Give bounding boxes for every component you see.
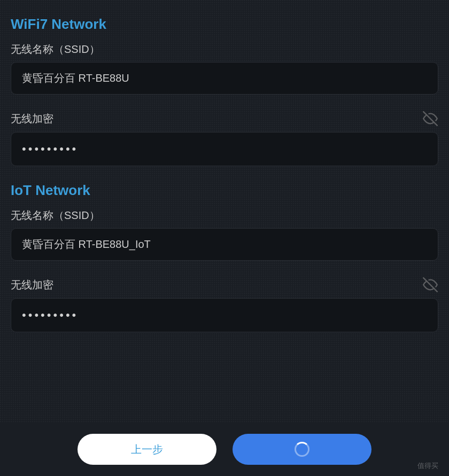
loading-spinner bbox=[295, 442, 309, 457]
wifi7-password-input[interactable] bbox=[11, 132, 438, 166]
page-container: WiFi7 Network 无线名称（SSID） 无线加密 IoT Networ… bbox=[0, 0, 449, 476]
iot-section: IoT Network 无线名称（SSID） 无线加密 bbox=[11, 182, 438, 348]
iot-toggle-password-icon[interactable] bbox=[422, 277, 438, 293]
wifi7-toggle-password-icon[interactable] bbox=[422, 111, 438, 127]
iot-password-label: 无线加密 bbox=[11, 277, 438, 293]
watermark: 值得买 bbox=[417, 461, 438, 471]
wifi7-password-label: 无线加密 bbox=[11, 111, 438, 127]
iot-password-input[interactable] bbox=[11, 298, 438, 332]
back-button[interactable]: 上一步 bbox=[78, 434, 216, 465]
iot-ssid-input[interactable] bbox=[11, 228, 438, 261]
iot-ssid-label: 无线名称（SSID） bbox=[11, 208, 438, 223]
wifi7-ssid-input[interactable] bbox=[11, 62, 438, 95]
iot-title: IoT Network bbox=[11, 182, 438, 199]
next-button[interactable] bbox=[233, 434, 371, 465]
wifi7-ssid-label: 无线名称（SSID） bbox=[11, 42, 438, 57]
wifi7-title: WiFi7 Network bbox=[11, 16, 438, 33]
wifi7-section: WiFi7 Network 无线名称（SSID） 无线加密 bbox=[11, 16, 438, 182]
bottom-bar: 上一步 bbox=[0, 423, 449, 476]
